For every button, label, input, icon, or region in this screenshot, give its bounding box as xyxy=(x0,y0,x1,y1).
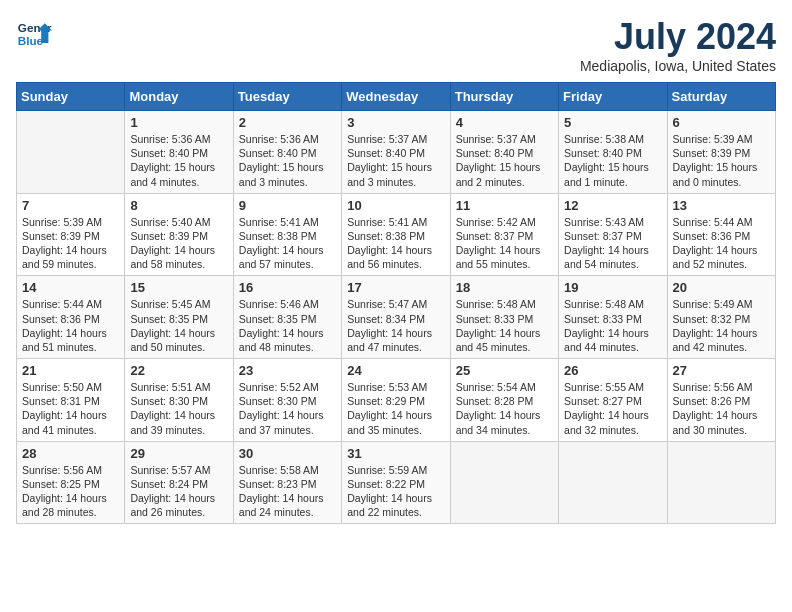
day-info: Sunrise: 5:44 AM Sunset: 8:36 PM Dayligh… xyxy=(673,216,758,271)
day-info: Sunrise: 5:36 AM Sunset: 8:40 PM Dayligh… xyxy=(130,133,215,188)
day-number: 3 xyxy=(347,115,444,130)
calendar-cell: 19Sunrise: 5:48 AM Sunset: 8:33 PM Dayli… xyxy=(559,276,667,359)
day-info: Sunrise: 5:49 AM Sunset: 8:32 PM Dayligh… xyxy=(673,298,758,353)
calendar-cell: 3Sunrise: 5:37 AM Sunset: 8:40 PM Daylig… xyxy=(342,111,450,194)
header-day-wednesday: Wednesday xyxy=(342,83,450,111)
day-number: 22 xyxy=(130,363,227,378)
day-number: 18 xyxy=(456,280,553,295)
calendar-body: 1Sunrise: 5:36 AM Sunset: 8:40 PM Daylig… xyxy=(17,111,776,524)
day-number: 26 xyxy=(564,363,661,378)
logo-icon: General Blue xyxy=(16,16,52,52)
calendar-cell: 13Sunrise: 5:44 AM Sunset: 8:36 PM Dayli… xyxy=(667,193,775,276)
svg-text:Blue: Blue xyxy=(18,34,44,47)
month-title: July 2024 xyxy=(580,16,776,58)
day-number: 1 xyxy=(130,115,227,130)
calendar-cell: 9Sunrise: 5:41 AM Sunset: 8:38 PM Daylig… xyxy=(233,193,341,276)
day-number: 30 xyxy=(239,446,336,461)
calendar-cell: 7Sunrise: 5:39 AM Sunset: 8:39 PM Daylig… xyxy=(17,193,125,276)
day-number: 31 xyxy=(347,446,444,461)
calendar-cell: 15Sunrise: 5:45 AM Sunset: 8:35 PM Dayli… xyxy=(125,276,233,359)
day-info: Sunrise: 5:58 AM Sunset: 8:23 PM Dayligh… xyxy=(239,464,324,519)
day-number: 2 xyxy=(239,115,336,130)
day-number: 17 xyxy=(347,280,444,295)
day-info: Sunrise: 5:51 AM Sunset: 8:30 PM Dayligh… xyxy=(130,381,215,436)
calendar-cell: 1Sunrise: 5:36 AM Sunset: 8:40 PM Daylig… xyxy=(125,111,233,194)
header-day-thursday: Thursday xyxy=(450,83,558,111)
day-info: Sunrise: 5:39 AM Sunset: 8:39 PM Dayligh… xyxy=(22,216,107,271)
calendar-cell: 10Sunrise: 5:41 AM Sunset: 8:38 PM Dayli… xyxy=(342,193,450,276)
header-day-tuesday: Tuesday xyxy=(233,83,341,111)
location: Mediapolis, Iowa, United States xyxy=(580,58,776,74)
day-info: Sunrise: 5:48 AM Sunset: 8:33 PM Dayligh… xyxy=(564,298,649,353)
calendar-cell xyxy=(667,441,775,524)
day-number: 11 xyxy=(456,198,553,213)
day-info: Sunrise: 5:52 AM Sunset: 8:30 PM Dayligh… xyxy=(239,381,324,436)
day-info: Sunrise: 5:41 AM Sunset: 8:38 PM Dayligh… xyxy=(347,216,432,271)
calendar-cell: 17Sunrise: 5:47 AM Sunset: 8:34 PM Dayli… xyxy=(342,276,450,359)
calendar-cell: 12Sunrise: 5:43 AM Sunset: 8:37 PM Dayli… xyxy=(559,193,667,276)
day-info: Sunrise: 5:40 AM Sunset: 8:39 PM Dayligh… xyxy=(130,216,215,271)
calendar-header-row: SundayMondayTuesdayWednesdayThursdayFrid… xyxy=(17,83,776,111)
page-header: General Blue July 2024 Mediapolis, Iowa,… xyxy=(16,16,776,74)
calendar-week-3: 14Sunrise: 5:44 AM Sunset: 8:36 PM Dayli… xyxy=(17,276,776,359)
day-number: 4 xyxy=(456,115,553,130)
day-info: Sunrise: 5:38 AM Sunset: 8:40 PM Dayligh… xyxy=(564,133,649,188)
calendar-week-4: 21Sunrise: 5:50 AM Sunset: 8:31 PM Dayli… xyxy=(17,359,776,442)
day-number: 27 xyxy=(673,363,770,378)
day-info: Sunrise: 5:54 AM Sunset: 8:28 PM Dayligh… xyxy=(456,381,541,436)
day-info: Sunrise: 5:41 AM Sunset: 8:38 PM Dayligh… xyxy=(239,216,324,271)
calendar-cell: 18Sunrise: 5:48 AM Sunset: 8:33 PM Dayli… xyxy=(450,276,558,359)
day-info: Sunrise: 5:50 AM Sunset: 8:31 PM Dayligh… xyxy=(22,381,107,436)
calendar-week-5: 28Sunrise: 5:56 AM Sunset: 8:25 PM Dayli… xyxy=(17,441,776,524)
calendar-cell: 29Sunrise: 5:57 AM Sunset: 8:24 PM Dayli… xyxy=(125,441,233,524)
day-number: 8 xyxy=(130,198,227,213)
day-info: Sunrise: 5:55 AM Sunset: 8:27 PM Dayligh… xyxy=(564,381,649,436)
day-info: Sunrise: 5:53 AM Sunset: 8:29 PM Dayligh… xyxy=(347,381,432,436)
day-number: 15 xyxy=(130,280,227,295)
day-info: Sunrise: 5:44 AM Sunset: 8:36 PM Dayligh… xyxy=(22,298,107,353)
day-info: Sunrise: 5:59 AM Sunset: 8:22 PM Dayligh… xyxy=(347,464,432,519)
day-info: Sunrise: 5:47 AM Sunset: 8:34 PM Dayligh… xyxy=(347,298,432,353)
title-block: July 2024 Mediapolis, Iowa, United State… xyxy=(580,16,776,74)
logo: General Blue xyxy=(16,16,52,52)
day-number: 10 xyxy=(347,198,444,213)
day-info: Sunrise: 5:46 AM Sunset: 8:35 PM Dayligh… xyxy=(239,298,324,353)
calendar-cell: 21Sunrise: 5:50 AM Sunset: 8:31 PM Dayli… xyxy=(17,359,125,442)
day-number: 28 xyxy=(22,446,119,461)
day-number: 7 xyxy=(22,198,119,213)
header-day-monday: Monday xyxy=(125,83,233,111)
calendar-cell: 8Sunrise: 5:40 AM Sunset: 8:39 PM Daylig… xyxy=(125,193,233,276)
day-number: 24 xyxy=(347,363,444,378)
day-number: 21 xyxy=(22,363,119,378)
calendar-cell xyxy=(17,111,125,194)
calendar-table: SundayMondayTuesdayWednesdayThursdayFrid… xyxy=(16,82,776,524)
calendar-cell: 31Sunrise: 5:59 AM Sunset: 8:22 PM Dayli… xyxy=(342,441,450,524)
calendar-cell: 16Sunrise: 5:46 AM Sunset: 8:35 PM Dayli… xyxy=(233,276,341,359)
day-info: Sunrise: 5:39 AM Sunset: 8:39 PM Dayligh… xyxy=(673,133,758,188)
day-number: 9 xyxy=(239,198,336,213)
header-day-saturday: Saturday xyxy=(667,83,775,111)
day-number: 14 xyxy=(22,280,119,295)
calendar-cell: 5Sunrise: 5:38 AM Sunset: 8:40 PM Daylig… xyxy=(559,111,667,194)
calendar-cell: 27Sunrise: 5:56 AM Sunset: 8:26 PM Dayli… xyxy=(667,359,775,442)
calendar-cell: 30Sunrise: 5:58 AM Sunset: 8:23 PM Dayli… xyxy=(233,441,341,524)
calendar-cell: 4Sunrise: 5:37 AM Sunset: 8:40 PM Daylig… xyxy=(450,111,558,194)
day-number: 23 xyxy=(239,363,336,378)
day-info: Sunrise: 5:56 AM Sunset: 8:26 PM Dayligh… xyxy=(673,381,758,436)
calendar-cell: 14Sunrise: 5:44 AM Sunset: 8:36 PM Dayli… xyxy=(17,276,125,359)
day-number: 6 xyxy=(673,115,770,130)
calendar-cell: 26Sunrise: 5:55 AM Sunset: 8:27 PM Dayli… xyxy=(559,359,667,442)
calendar-cell: 28Sunrise: 5:56 AM Sunset: 8:25 PM Dayli… xyxy=(17,441,125,524)
day-number: 19 xyxy=(564,280,661,295)
calendar-cell: 23Sunrise: 5:52 AM Sunset: 8:30 PM Dayli… xyxy=(233,359,341,442)
calendar-cell: 2Sunrise: 5:36 AM Sunset: 8:40 PM Daylig… xyxy=(233,111,341,194)
calendar-cell: 22Sunrise: 5:51 AM Sunset: 8:30 PM Dayli… xyxy=(125,359,233,442)
calendar-cell: 11Sunrise: 5:42 AM Sunset: 8:37 PM Dayli… xyxy=(450,193,558,276)
day-info: Sunrise: 5:45 AM Sunset: 8:35 PM Dayligh… xyxy=(130,298,215,353)
day-number: 12 xyxy=(564,198,661,213)
day-info: Sunrise: 5:48 AM Sunset: 8:33 PM Dayligh… xyxy=(456,298,541,353)
day-info: Sunrise: 5:56 AM Sunset: 8:25 PM Dayligh… xyxy=(22,464,107,519)
header-day-friday: Friday xyxy=(559,83,667,111)
calendar-week-1: 1Sunrise: 5:36 AM Sunset: 8:40 PM Daylig… xyxy=(17,111,776,194)
day-info: Sunrise: 5:57 AM Sunset: 8:24 PM Dayligh… xyxy=(130,464,215,519)
